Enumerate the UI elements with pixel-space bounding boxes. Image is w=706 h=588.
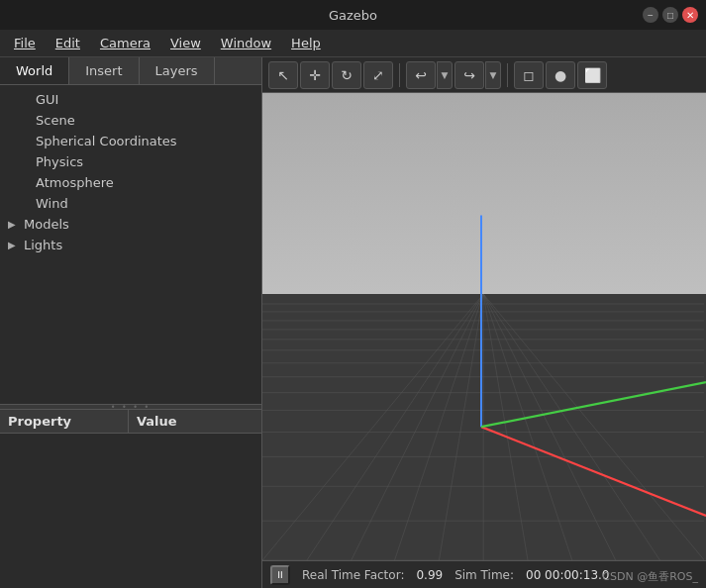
expand-arrow: ▶ [8,240,20,250]
menu-item-edit[interactable]: Edit [46,32,90,54]
tree-item-label: Models [24,217,69,232]
cylinder-tool-button[interactable]: ⬜ [577,61,607,89]
left-panel: WorldInsertLayers GUISceneSpherical Coor… [0,57,262,588]
value-column-header: Value [129,410,185,433]
tree-item-spherical-coordinates[interactable]: Spherical Coordinates [0,131,261,151]
pause-button[interactable]: ⏸ [270,565,290,585]
translate-tool-button[interactable]: ✛ [300,61,330,89]
tab-bar: WorldInsertLayers [0,57,261,85]
property-panel: Property Value [0,410,261,588]
tree-item-label: GUI [36,92,58,107]
property-column-header: Property [0,410,129,433]
rotate-tool-button[interactable]: ↻ [332,61,361,89]
app-title: Gazebo [67,8,639,23]
tree-item-physics[interactable]: Physics [0,151,261,172]
box-tool-button[interactable]: ◻ [514,61,544,89]
tree-panel: GUISceneSpherical CoordinatesPhysicsAtmo… [0,85,261,404]
redo-dropdown[interactable]: ▼ [485,61,501,89]
tree-item-atmosphere[interactable]: Atmosphere [0,172,261,193]
menu-bar: FileEditCameraViewWindowHelp [0,30,706,57]
expand-arrow: ▶ [8,219,20,230]
tab-insert[interactable]: Insert [69,57,139,84]
tree-item-lights[interactable]: ▶Lights [0,235,261,255]
svg-line-28 [481,382,706,427]
simtime-label: Sim Time: [454,568,514,582]
main-layout: WorldInsertLayers GUISceneSpherical Coor… [0,57,706,588]
select-tool-button[interactable]: ↖ [268,61,298,89]
tree-item-label: Spherical Coordinates [36,134,177,148]
sphere-tool-button[interactable]: ● [546,61,575,89]
3d-viewport[interactable] [262,93,706,560]
menu-item-view[interactable]: View [160,32,211,54]
redo-tool-button[interactable]: ↪ [454,61,484,89]
toolbar-separator [399,63,400,87]
watermark: CSDN @鱼香ROS_ [602,569,698,584]
tab-world[interactable]: World [0,57,69,84]
menu-item-window[interactable]: Window [211,32,281,54]
simtime-value: 00 00:00:13.0 [526,568,609,582]
undo-dropdown[interactable]: ▼ [437,61,453,89]
tree-item-scene[interactable]: Scene [0,110,261,131]
maximize-button[interactable]: □ [662,7,678,23]
tree-item-wind[interactable]: Wind [0,193,261,214]
scale-tool-button[interactable]: ⤢ [363,61,393,89]
tree-item-models[interactable]: ▶Models [0,214,261,235]
realtime-value: 0.99 [416,568,443,582]
toolbar-separator [507,63,508,87]
realtime-label: Real Time Factor: [302,568,404,582]
right-panel: ↖✛↻⤢↩▼↪▼◻●⬜ [262,57,706,588]
tab-layers[interactable]: Layers [140,57,215,84]
menu-item-camera[interactable]: Camera [90,32,160,54]
tree-item-label: Wind [36,196,68,211]
close-button[interactable]: ✕ [682,7,698,23]
undo-tool-button[interactable]: ↩ [406,61,436,89]
axes-overlay [262,93,706,560]
tree-item-label: Physics [36,154,83,169]
tree-item-label: Atmosphere [36,175,114,190]
window-controls: − □ ✕ [639,7,698,23]
minimize-button[interactable]: − [643,7,658,23]
toolbar: ↖✛↻⤢↩▼↪▼◻●⬜ [262,57,706,93]
menu-item-help[interactable]: Help [281,32,331,54]
tree-item-label: Lights [24,238,62,252]
tree-item-label: Scene [36,113,75,128]
tree-item-gui[interactable]: GUI [0,89,261,110]
property-header: Property Value [0,410,261,434]
svg-line-27 [481,427,706,516]
title-bar: Gazebo − □ ✕ [0,0,706,30]
menu-item-file[interactable]: File [4,32,46,54]
